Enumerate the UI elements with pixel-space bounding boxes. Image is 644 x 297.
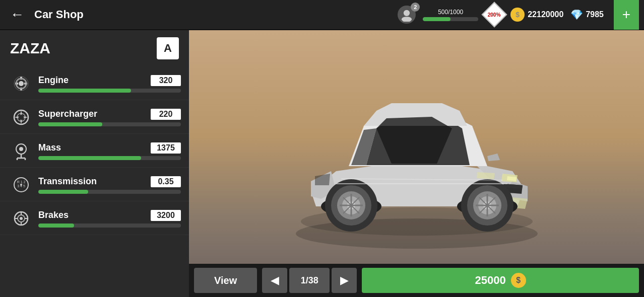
mass-icon [8, 138, 34, 164]
mass-info: Mass 1375 [38, 142, 181, 160]
brakes-label: Brakes [38, 210, 69, 220]
transmission-name-val: Transmission 0.35 [38, 176, 181, 187]
car-name: ZAZA [10, 40, 50, 57]
header-center: 2 500/1000 200% $ 22120000 💎 7985 [398, 6, 604, 24]
gems-value: 7985 [586, 10, 604, 19]
mass-value: 1375 [151, 142, 181, 154]
car-image [271, 50, 563, 244]
transmission-bar-bg [38, 190, 181, 194]
buy-currency-icon: $ [511, 273, 526, 288]
next-button[interactable]: ▶ [332, 268, 357, 293]
brakes-info: Brakes 3200 [38, 210, 181, 228]
gem-icon: 💎 [570, 9, 583, 21]
bottom-bar: View ◀ 1/38 ▶ 25000 $ [189, 264, 644, 297]
svg-point-25 [20, 217, 23, 220]
mass-bar-fill [38, 156, 141, 160]
svg-marker-67 [487, 154, 500, 161]
hazard-wrap: 200% [485, 6, 503, 24]
stats-list: Engine 320 [0, 66, 189, 235]
supercharger-value: 220 [151, 109, 181, 120]
supercharger-bar-bg [38, 122, 181, 126]
add-button[interactable]: + [614, 0, 639, 30]
xp-bar-wrap: 500/1000 [423, 9, 478, 21]
nav-wrap: ◀ 1/38 ▶ [262, 268, 357, 293]
avatar-wrap: 2 [398, 6, 416, 24]
coin-icon: $ [510, 8, 525, 22]
svg-marker-42 [477, 172, 495, 179]
svg-point-4 [19, 81, 24, 86]
brakes-name-val: Brakes 3200 [38, 210, 181, 221]
buy-currency-symbol: $ [516, 276, 521, 285]
mass-label: Mass [38, 142, 61, 153]
page-title: Car Shop [34, 8, 84, 21]
svg-point-14 [19, 147, 23, 151]
brakes-bar-bg [38, 224, 181, 228]
hazard-icon: 200% [482, 2, 507, 28]
main-area: ZAZA A [0, 30, 644, 297]
transmission-bar-fill [38, 190, 88, 194]
engine-bar-bg [38, 89, 181, 93]
car-name-row: ZAZA A [0, 30, 189, 66]
supercharger-bar-fill [38, 122, 102, 126]
svg-rect-7 [20, 77, 22, 80]
stat-row-brakes: Brakes 3200 [0, 201, 189, 235]
svg-marker-43 [315, 174, 330, 185]
brakes-icon [8, 205, 34, 232]
engine-icon [8, 70, 34, 97]
coins-display: $ 22120000 [510, 8, 563, 22]
xp-bar-fill [423, 17, 450, 21]
mass-bar-bg [38, 156, 181, 160]
svg-point-22 [20, 184, 22, 186]
car-display [189, 30, 644, 264]
svg-text:R 1 2: R 1 2 [17, 180, 26, 184]
transmission-value: 0.35 [151, 176, 181, 187]
stat-row-engine: Engine 320 [0, 66, 189, 100]
brakes-value: 3200 [151, 210, 181, 221]
supercharger-icon [8, 104, 34, 130]
right-panel: View ◀ 1/38 ▶ 25000 $ [189, 30, 644, 297]
svg-rect-5 [15, 83, 18, 85]
xp-label: 500/1000 [438, 9, 463, 16]
engine-bar-fill [38, 89, 131, 93]
svg-rect-8 [20, 88, 22, 91]
page-indicator: 1/38 [289, 268, 330, 293]
supercharger-name-val: Supercharger 220 [38, 109, 181, 120]
mass-name-val: Mass 1375 [38, 142, 181, 154]
buy-price: 25000 [475, 274, 506, 287]
stat-row-supercharger: Supercharger 220 [0, 100, 189, 134]
back-button[interactable]: ← [5, 8, 29, 22]
header: ← Car Shop 2 500/1000 200% [0, 0, 644, 30]
transmission-label: Transmission [38, 176, 97, 187]
supercharger-info: Supercharger 220 [38, 109, 181, 126]
avatar-badge: 2 [411, 3, 420, 12]
stat-row-mass: Mass 1375 [0, 134, 189, 168]
view-button[interactable]: View [194, 268, 257, 293]
svg-point-1 [402, 17, 412, 22]
supercharger-label: Supercharger [38, 109, 97, 119]
engine-label: Engine [38, 75, 69, 86]
brakes-bar-fill [38, 224, 74, 228]
engine-name-val: Engine 320 [38, 75, 181, 86]
svg-point-12 [17, 113, 25, 121]
transmission-icon: R 1 2 3 4 5 [8, 172, 34, 198]
engine-value: 320 [151, 75, 181, 86]
engine-info: Engine 320 [38, 75, 181, 93]
left-panel: ZAZA A [0, 30, 189, 297]
svg-rect-6 [24, 83, 27, 85]
stat-row-transmission: R 1 2 3 4 5 Transmission 0.35 [0, 168, 189, 201]
prev-button[interactable]: ◀ [262, 268, 287, 293]
xp-bar-bg [423, 17, 478, 21]
hazard-label: 200% [488, 12, 501, 17]
buy-button[interactable]: 25000 $ [362, 268, 639, 293]
svg-point-0 [404, 10, 410, 16]
gems-display: 💎 7985 [570, 9, 604, 21]
car-grade: A [157, 37, 179, 59]
transmission-info: Transmission 0.35 [38, 176, 181, 194]
coins-value: 22120000 [528, 10, 563, 19]
